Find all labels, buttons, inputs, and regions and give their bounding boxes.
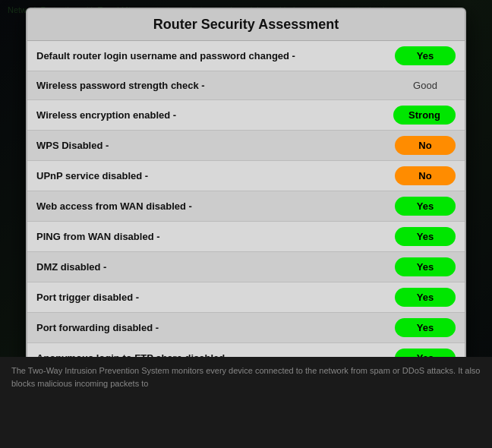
status-badge: No bbox=[395, 166, 456, 185]
row-label: Wireless encryption enabled - bbox=[36, 109, 393, 121]
bottom-text: The Two-Way Intrusion Prevention System … bbox=[11, 366, 480, 388]
status-badge: Yes bbox=[395, 227, 456, 246]
row-label: WPS Disabled - bbox=[36, 140, 395, 151]
table-row: Wireless encryption enabled -Strong bbox=[27, 100, 465, 131]
row-label: Port trigger disabled - bbox=[36, 292, 395, 303]
row-label: Wireless password strength check - bbox=[36, 80, 395, 91]
row-label: DMZ disabled - bbox=[36, 261, 395, 273]
table-row: DMZ disabled -Yes bbox=[27, 252, 465, 282]
status-badge: Yes bbox=[395, 318, 456, 337]
status-badge: Yes bbox=[395, 197, 456, 216]
table-row: WPS Disabled -No bbox=[27, 131, 465, 161]
bottom-panel: The Two-Way Intrusion Prevention System … bbox=[0, 357, 492, 448]
row-label: Web access from WAN disabled - bbox=[36, 200, 395, 212]
row-label: Port forwarding disabled - bbox=[36, 322, 395, 333]
status-badge: Yes bbox=[395, 288, 456, 307]
table-row: UPnP service disabled -No bbox=[27, 161, 465, 191]
status-badge: Yes bbox=[395, 257, 456, 276]
table-row: PING from WAN disabled -Yes bbox=[27, 222, 465, 252]
status-badge: Strong bbox=[393, 106, 456, 125]
status-badge: No bbox=[395, 136, 456, 155]
table-row: Wireless password strength check -Good bbox=[27, 71, 465, 100]
row-label: UPnP service disabled - bbox=[36, 170, 395, 181]
table-row: Default router login username and passwo… bbox=[27, 41, 465, 71]
row-label: Default router login username and passwo… bbox=[36, 50, 395, 62]
status-badge: Yes bbox=[395, 46, 456, 65]
table-row: Port trigger disabled -Yes bbox=[27, 282, 465, 313]
table-row: Web access from WAN disabled -Yes bbox=[27, 191, 465, 222]
table-row: Port forwarding disabled -Yes bbox=[27, 313, 465, 343]
modal-title: Router Security Assessment bbox=[27, 9, 465, 41]
row-label: PING from WAN disabled - bbox=[36, 231, 395, 242]
status-value: Good bbox=[395, 80, 456, 91]
